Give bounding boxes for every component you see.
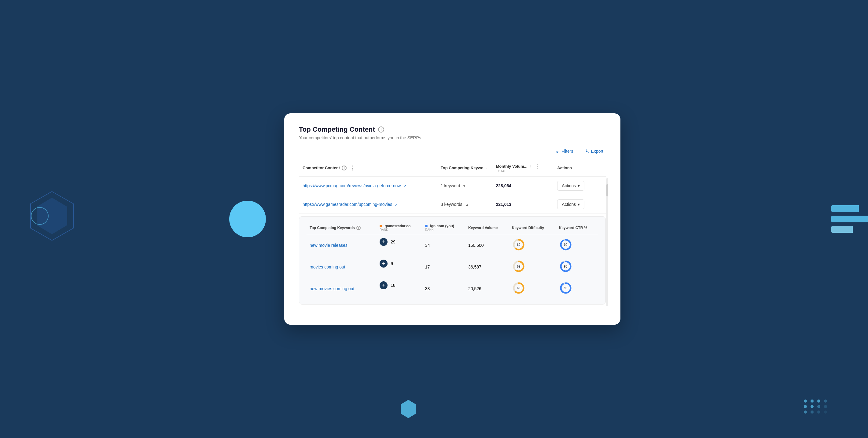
export-icon — [584, 149, 589, 154]
sub-col-keyword: Top Competing Keywords i — [307, 222, 376, 234]
bg-bars — [831, 205, 868, 233]
sub-row-plus: + 18 — [376, 278, 422, 293]
sub-row-ctr: 90 — [556, 278, 598, 299]
sub-table-row: movies coming out + 9 17 36,587 59 90 — [307, 256, 598, 278]
sub-row-keyword-link[interactable]: movies coming out — [310, 265, 345, 269]
bg-dots — [804, 400, 828, 413]
sub-col-keyword-info-icon[interactable]: i — [356, 226, 361, 230]
col-top-competing-keyword: Top Competing Keywo... — [437, 160, 492, 176]
sub-row-ctr: 90 — [556, 256, 598, 278]
sub-row-ign-rank: 33 — [422, 278, 465, 299]
sub-row-keyword-link[interactable]: new movies coming out — [310, 286, 354, 291]
sub-col-gamesradar-rank: gamesradar.co RANK — [376, 222, 422, 234]
row2-actions-cell: Actions ▾ — [554, 195, 606, 214]
col-monthly-volume: Monthly Volum... ↓ ⋮ TOTAL — [492, 160, 554, 176]
row2-chevron-icon[interactable]: ▲ — [465, 203, 469, 207]
add-keyword-button[interactable]: + — [380, 281, 388, 289]
sub-row-difficulty: 59 — [509, 256, 556, 278]
sub-row-ign-rank: 17 — [422, 256, 465, 278]
export-label: Export — [591, 149, 603, 154]
scrollbar-thumb[interactable] — [607, 184, 608, 196]
main-card: Top Competing Content i Your competitors… — [284, 113, 620, 325]
row1-actions-cell: Actions ▾ — [554, 176, 606, 195]
sub-row-difficulty: 60 — [509, 234, 556, 256]
row1-volume: 228,064 — [492, 176, 554, 195]
sub-col-difficulty: Keyword Difficulty — [509, 222, 556, 234]
table-row: https://www.gamesradar.com/upcoming-movi… — [299, 195, 606, 214]
row1-actions-chevron-icon: ▾ — [578, 183, 580, 188]
sub-row-volume: 36,587 — [465, 256, 509, 278]
competitor-content-menu-icon[interactable]: ⋮ — [348, 165, 356, 171]
row1-keyword-count: 1 keyword ▾ — [437, 176, 492, 195]
bg-hex-left — [28, 189, 76, 249]
filters-icon — [555, 149, 560, 154]
sub-row-keyword: new movie releases — [307, 234, 376, 256]
main-table: Competitor Content i ⋮ Top Competing Key… — [299, 160, 606, 312]
sub-row-difficulty: 60 — [509, 278, 556, 299]
sub-col-ctr: Keyword CTR % — [556, 222, 598, 234]
col-actions: Actions — [554, 160, 606, 176]
sub-row-ctr: 90 — [556, 234, 598, 256]
sub-row-keyword: movies coming out — [307, 256, 376, 278]
page-title: Top Competing Content — [299, 126, 375, 133]
sub-row-plus: + 9 — [376, 256, 422, 271]
title-info-icon[interactable]: i — [378, 127, 384, 133]
sub-row-keyword: new movies coming out — [307, 278, 376, 299]
row1-chevron-icon[interactable]: ▾ — [463, 184, 465, 188]
sub-row-plus: + 29 — [376, 234, 422, 249]
sub-row-gamesradar-rank: 9 — [391, 261, 393, 266]
svg-marker-1 — [37, 198, 67, 234]
row2-keyword-count: 3 keywords ▲ — [437, 195, 492, 214]
ign-dot — [425, 225, 428, 227]
sub-row-volume: 20,526 — [465, 278, 509, 299]
sub-col-volume: Keyword Volume — [465, 222, 509, 234]
monthly-volume-menu-icon[interactable]: ⋮ — [533, 163, 541, 170]
row2-actions-chevron-icon: ▾ — [578, 202, 580, 207]
card-header: Top Competing Content i Your competitors… — [299, 126, 606, 140]
table-row: https://www.pcmag.com/reviews/nvidia-gef… — [299, 176, 606, 195]
sub-col-ign-rank: ign.com (you) RANK — [422, 222, 465, 234]
filters-label: Filters — [561, 149, 573, 154]
monthly-volume-sort-icon[interactable]: ↓ — [530, 164, 532, 168]
competitor-content-info-icon[interactable]: i — [342, 166, 347, 170]
sub-table-row: new movie releases + 29 34 150,500 60 90 — [307, 234, 598, 256]
row2-url-link[interactable]: https://www.gamesradar.com/upcoming-movi… — [303, 202, 392, 207]
add-keyword-button[interactable]: + — [380, 238, 388, 246]
filters-button[interactable]: Filters — [552, 147, 576, 155]
row2-url: https://www.gamesradar.com/upcoming-movi… — [299, 195, 437, 214]
bg-hex-bottom — [399, 398, 417, 420]
sub-row-gamesradar-rank: 29 — [391, 239, 396, 244]
row2-volume: 221,013 — [492, 195, 554, 214]
add-keyword-button[interactable]: + — [380, 260, 388, 268]
bg-circle — [229, 201, 266, 237]
sub-row-ign-rank: 34 — [422, 234, 465, 256]
sub-table-row: new movies coming out + 18 33 20,526 60 … — [307, 278, 598, 299]
page-subtitle: Your competitors' top content that outpe… — [299, 135, 606, 140]
col-competitor-content: Competitor Content i ⋮ — [299, 160, 437, 176]
export-button[interactable]: Export — [582, 147, 606, 155]
sub-table-container: Top Competing Keywords i gamesradar.co R… — [299, 216, 606, 305]
expanded-cell: Top Competing Keywords i gamesradar.co R… — [299, 214, 606, 313]
row1-actions-button[interactable]: Actions ▾ — [557, 181, 584, 191]
scrollbar-track[interactable] — [607, 178, 608, 306]
gamesradar-dot — [380, 225, 382, 227]
sub-row-volume: 150,500 — [465, 234, 509, 256]
row1-url-link[interactable]: https://www.pcmag.com/reviews/nvidia-gef… — [303, 183, 401, 188]
sub-table: Top Competing Keywords i gamesradar.co R… — [307, 222, 598, 299]
row2-actions-button[interactable]: Actions ▾ — [557, 199, 584, 209]
sub-row-keyword-link[interactable]: new movie releases — [310, 243, 347, 248]
expanded-row: Top Competing Keywords i gamesradar.co R… — [299, 214, 606, 313]
svg-marker-3 — [401, 400, 416, 418]
sub-row-gamesradar-rank: 18 — [391, 283, 396, 288]
row2-external-icon: ↗ — [395, 203, 398, 207]
row1-url: https://www.pcmag.com/reviews/nvidia-gef… — [299, 176, 437, 195]
toolbar: Filters Export — [299, 147, 606, 155]
row1-external-icon: ↗ — [403, 184, 406, 188]
